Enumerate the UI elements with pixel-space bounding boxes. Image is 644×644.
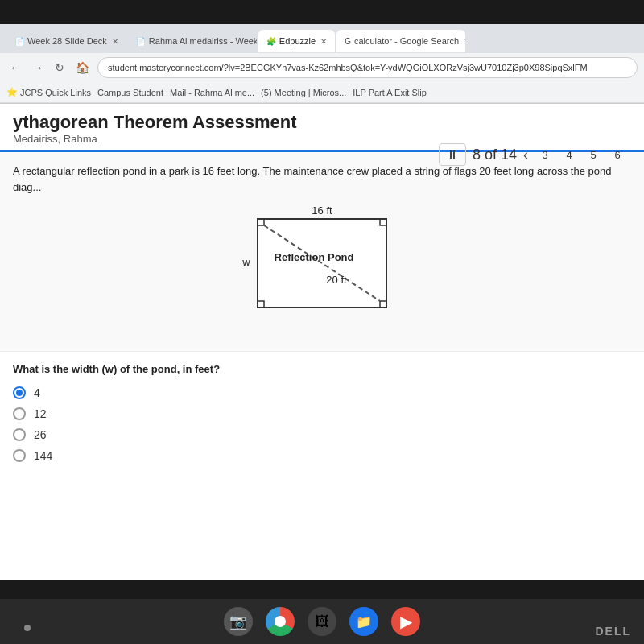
address-input[interactable]: student.masteryconnect.com/?lv=2BECGKYh7…: [97, 57, 638, 78]
prev-question-button[interactable]: ‹: [523, 147, 528, 163]
bookmark-mail[interactable]: Mail - Rahma Al me...: [170, 88, 254, 97]
tab-calculator[interactable]: G calculator - Google Search ✕: [336, 30, 465, 52]
option-label-12: 12: [34, 407, 47, 420]
radio-inner-4: [16, 390, 23, 396]
answer-section: What is the width (w) of the pond, in fe…: [0, 352, 644, 473]
radio-26[interactable]: [13, 428, 26, 441]
back-button[interactable]: ←: [6, 60, 24, 76]
taskbar: 📷 🖼 📁 ▶: [0, 599, 644, 644]
option-144[interactable]: 144: [13, 449, 631, 462]
pause-button[interactable]: ⏸: [439, 143, 466, 166]
tab-close-slide[interactable]: ✕: [112, 37, 118, 46]
bookmark-ilp[interactable]: ILP Part A Exit Slip: [353, 88, 427, 97]
svg-text:20 ft: 20 ft: [326, 274, 347, 286]
svg-text:16 ft: 16 ft: [312, 204, 332, 217]
bookmark-icon-jcps: ⭐: [6, 87, 18, 97]
taskbar-play-icon[interactable]: ▶: [391, 607, 420, 636]
tab-icon-slide: 📄: [14, 37, 24, 46]
question-counter: 8 of 14: [473, 147, 517, 163]
q-num-3[interactable]: 3: [535, 144, 555, 165]
option-label-4: 4: [34, 386, 40, 399]
address-bar-row: ← → ↻ 🏠 student.masteryconnect.com/?lv=2…: [0, 53, 644, 82]
tab-rahma-week28[interactable]: 📄 Rahma Al medairiss - Week 28 ✕: [128, 30, 257, 52]
home-button[interactable]: 🏠: [72, 60, 93, 76]
option-12[interactable]: 12: [13, 407, 631, 420]
tab-icon-edpuzzle: 🧩: [266, 37, 276, 46]
option-label-144: 144: [34, 449, 52, 462]
radio-144[interactable]: [13, 449, 26, 462]
reload-button[interactable]: ↻: [52, 60, 68, 76]
bookmark-meeting[interactable]: (5) Meeting | Micros...: [261, 88, 346, 97]
option-label-26: 26: [34, 428, 47, 441]
option-26[interactable]: 26: [13, 428, 631, 441]
bookmark-jcps[interactable]: ⭐ JCPS Quick Links: [6, 87, 91, 97]
taskbar-camera-icon[interactable]: 📷: [224, 607, 253, 636]
bookmarks-bar: ⭐ JCPS Quick Links Campus Student Mail -…: [0, 82, 644, 103]
address-text: student.masteryconnect.com/?lv=2BECGKYh7…: [108, 63, 588, 72]
page-title: ythagorean Theorem Assessment: [13, 112, 631, 133]
q-num-5[interactable]: 5: [583, 144, 604, 165]
question-text: A rectangular reflection pond in a park …: [13, 163, 631, 195]
taskbar-chrome-icon[interactable]: [266, 607, 295, 636]
q-num-4[interactable]: 4: [559, 144, 580, 165]
forward-button[interactable]: →: [29, 60, 47, 76]
header-controls: ⏸ 8 of 14 ‹ 3 4 5 6: [439, 143, 644, 166]
question-area: A rectangular reflection pond in a park …: [0, 152, 644, 352]
bookmark-campus[interactable]: Campus Student: [97, 88, 163, 97]
tab-edpuzzle[interactable]: 🧩 Edpuzzle ✕: [258, 30, 335, 52]
tab-week28-slide[interactable]: 📄 Week 28 Slide Deck ✕: [6, 30, 126, 52]
tab-bar: 📄 Week 28 Slide Deck ✕ 📄 Rahma Al medair…: [0, 24, 644, 53]
taskbar-files-icon[interactable]: 📁: [349, 607, 378, 636]
power-indicator: [24, 625, 31, 631]
taskbar-photos-icon[interactable]: 🖼: [308, 607, 336, 636]
radio-4[interactable]: [13, 386, 26, 399]
tab-icon-google: G: [345, 37, 351, 46]
sub-question-text: What is the width (w) of the pond, in fe…: [13, 363, 631, 375]
tab-close-edpuzzle[interactable]: ✕: [320, 37, 327, 46]
pond-diagram: 16 ft Reflection Pond w: [233, 203, 411, 335]
option-4[interactable]: 4: [13, 386, 631, 399]
svg-text:w: w: [242, 256, 250, 268]
tab-icon-rahma: 📄: [136, 37, 146, 46]
diagram-container: 16 ft Reflection Pond w: [13, 203, 631, 335]
tab-close-calculator[interactable]: ✕: [464, 37, 465, 46]
radio-12[interactable]: [13, 407, 26, 420]
dell-logo: DELL: [595, 625, 631, 638]
answer-options: 4 12 26 144: [13, 386, 631, 462]
content-area: ythagorean Theorem Assessment Medairiss,…: [0, 104, 644, 473]
question-numbers: 3 4 5 6: [535, 144, 628, 165]
q-num-6[interactable]: 6: [607, 144, 628, 165]
svg-text:Reflection Pond: Reflection Pond: [275, 251, 354, 263]
